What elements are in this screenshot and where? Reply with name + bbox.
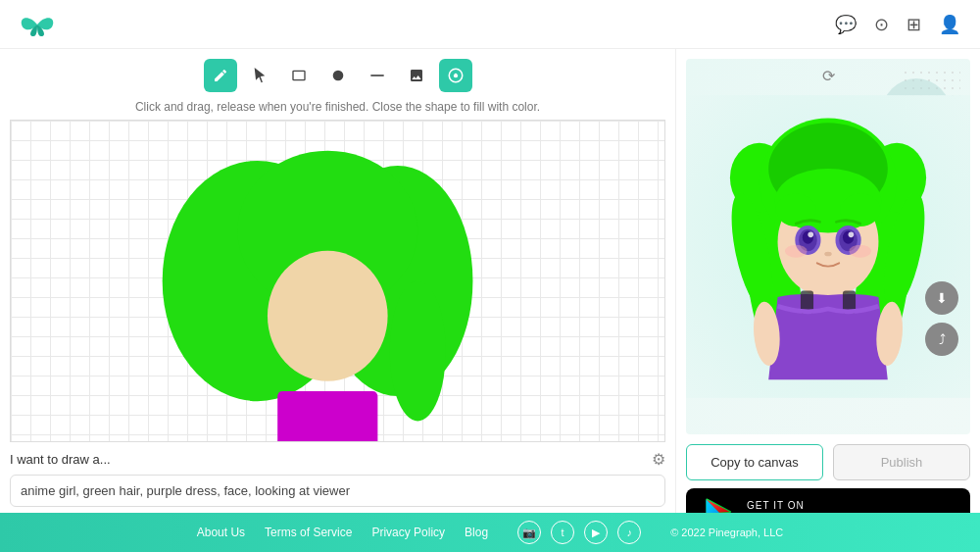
publish-button[interactable]: Publish	[833, 444, 970, 480]
footer-about[interactable]: About Us	[197, 526, 245, 539]
svg-point-11	[390, 281, 446, 422]
tiktok-icon[interactable]: ♪	[617, 521, 641, 544]
footer: About Us Terms of Service Privacy Policy…	[0, 513, 980, 552]
chat-icon[interactable]: 💬	[835, 14, 857, 35]
svg-point-33	[849, 232, 855, 238]
compass-icon[interactable]: ⊙	[874, 14, 889, 35]
toolbar	[10, 59, 665, 92]
prompt-input[interactable]	[10, 475, 665, 507]
image-tool[interactable]	[400, 59, 433, 92]
drawing-canvas[interactable]	[10, 120, 665, 442]
svg-point-9	[268, 251, 388, 381]
footer-privacy[interactable]: Privacy Policy	[371, 526, 445, 539]
instagram-icon[interactable]: 📷	[517, 521, 541, 544]
svg-point-35	[785, 245, 807, 258]
settings-icon[interactable]: ⚙	[652, 450, 665, 469]
svg-point-36	[850, 245, 871, 258]
youtube-icon[interactable]: ▶	[584, 521, 608, 544]
footer-links: About Us Terms of Service Privacy Policy…	[197, 526, 488, 539]
header: 💬 ⊙ ⊞ 👤	[0, 0, 980, 49]
svg-point-34	[824, 252, 831, 257]
svg-point-4	[452, 74, 454, 75]
cursor-tool[interactable]	[243, 59, 276, 92]
line-tool[interactable]	[361, 59, 394, 92]
svg-point-1	[332, 71, 343, 81]
rect-tool[interactable]	[282, 59, 316, 92]
preview-image-container: ⟳	[686, 59, 970, 434]
footer-copyright: © 2022 Pinegraph, LLC	[670, 527, 783, 538]
footer-blog[interactable]: Blog	[465, 526, 488, 539]
tumblr-icon[interactable]: t	[551, 521, 574, 544]
main-layout: Click and drag, release when you're fini…	[0, 49, 980, 552]
svg-point-29	[808, 232, 813, 238]
pen-tool[interactable]	[204, 59, 237, 92]
footer-terms[interactable]: Terms of Service	[265, 526, 352, 539]
user-icon[interactable]: 👤	[939, 14, 960, 35]
circle-tool[interactable]	[321, 59, 355, 92]
canvas-area: Click and drag, release when you're fini…	[0, 49, 676, 552]
share-button[interactable]: ⤴	[925, 323, 958, 356]
svg-rect-10	[277, 391, 377, 441]
svg-point-5	[457, 74, 459, 75]
hint-text: Click and drag, release when you're fini…	[10, 100, 665, 114]
header-icons: 💬 ⊙ ⊞ 👤	[835, 14, 960, 35]
preview-side-actions: ⬇ ⤴	[925, 281, 958, 356]
download-button[interactable]: ⬇	[925, 281, 958, 315]
prompt-label-row: I want to draw a... ⚙	[10, 450, 665, 469]
grid-icon[interactable]: ⊞	[906, 14, 921, 35]
ai-tool[interactable]	[439, 59, 472, 92]
preview-area: ⟳	[676, 49, 980, 552]
footer-social: 📷 t ▶ ♪	[517, 521, 641, 544]
copy-to-canvas-button[interactable]: Copy to canvas	[686, 444, 823, 480]
svg-rect-0	[293, 71, 305, 79]
logo	[20, 11, 55, 38]
preview-buttons: Copy to canvas Publish	[686, 444, 970, 480]
prompt-label: I want to draw a...	[10, 452, 111, 467]
